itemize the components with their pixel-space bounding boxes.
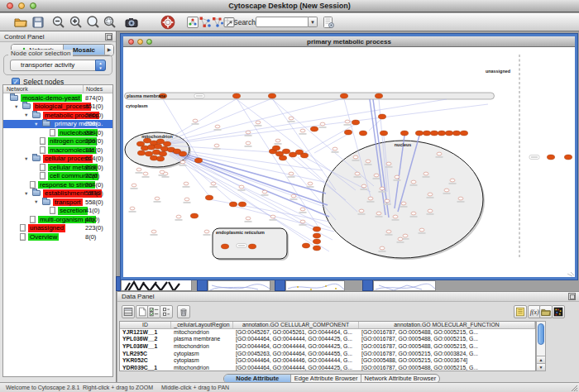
- network-node[interactable]: [289, 172, 294, 175]
- network-node[interactable]: [395, 175, 400, 179]
- network-node[interactable]: [333, 147, 337, 151]
- network-node[interactable]: [159, 151, 166, 156]
- network-node[interactable]: [204, 230, 209, 233]
- table-row[interactable]: YKR052Ccytoplasm[GO:0044464, GO:0044446,…: [120, 357, 535, 365]
- network-node[interactable]: [300, 129, 305, 132]
- network-node[interactable]: [238, 202, 246, 207]
- network-node[interactable]: [156, 139, 164, 144]
- network-node[interactable]: [156, 156, 164, 161]
- network-node[interactable]: [400, 131, 408, 136]
- network-tree-row[interactable]: unassigned223(0): [3, 224, 112, 233]
- network-node[interactable]: [160, 170, 165, 174]
- network-node[interactable]: [344, 130, 352, 135]
- network-node[interactable]: [214, 144, 219, 147]
- resize-grip[interactable]: [571, 385, 578, 392]
- attribute-list-icon[interactable]: [160, 305, 173, 318]
- network-node[interactable]: [547, 155, 554, 160]
- network-node[interactable]: [411, 212, 416, 215]
- table-column-header[interactable]: annotation.GO CELLULAR_COMPONENT: [233, 322, 359, 328]
- network-tree-row[interactable]: cellular metabol209(0): [3, 163, 112, 172]
- network-node[interactable]: [401, 202, 406, 205]
- network-node[interactable]: [376, 212, 381, 215]
- table-cell[interactable]: YJR121W__1: [120, 329, 171, 337]
- network-node[interactable]: [403, 234, 408, 237]
- network-node[interactable]: [452, 131, 460, 136]
- network-node[interactable]: [300, 208, 305, 211]
- network-node[interactable]: [352, 120, 359, 125]
- table-cell[interactable]: mitochondrion: [171, 365, 233, 371]
- network-node[interactable]: [437, 152, 442, 155]
- network-node[interactable]: [268, 93, 275, 98]
- network-node[interactable]: [361, 184, 366, 188]
- tree-column-network[interactable]: Network: [3, 85, 84, 93]
- network-node[interactable]: [143, 172, 148, 175]
- network-node[interactable]: [415, 131, 423, 136]
- network-node[interactable]: [320, 122, 325, 126]
- open-folder-icon[interactable]: [13, 15, 28, 30]
- region-plasma-membrane[interactable]: [125, 93, 495, 99]
- network-node[interactable]: [411, 180, 416, 184]
- network-node[interactable]: [423, 172, 428, 175]
- float-panel-icon[interactable]: [568, 293, 576, 300]
- network-node[interactable]: [151, 230, 156, 233]
- network-node[interactable]: [385, 199, 390, 203]
- tree-expander-icon[interactable]: ▼: [33, 199, 42, 204]
- network-node[interactable]: [353, 155, 358, 159]
- table-cell[interactable]: cytoplasm: [171, 351, 233, 358]
- table-cell[interactable]: [GO:0044464, GO:0044446, GO:0044444, G..…: [233, 357, 359, 365]
- tree-expander-icon[interactable]: ▼: [13, 104, 22, 109]
- network-node[interactable]: [232, 93, 240, 98]
- table-cell[interactable]: [GO:0016787, GO:0005488, GO:0005215, G..…: [359, 336, 535, 343]
- background-window-overview[interactable]: [121, 280, 192, 291]
- table-row[interactable]: YJR121W__1mitochondrion[GO:0045267, GO:0…: [120, 329, 535, 337]
- network-node[interactable]: [163, 141, 170, 146]
- tree-row-label[interactable]: biological_process: [33, 103, 91, 111]
- table-column-header[interactable]: annotation.GO MOLECULAR_FUNCTION: [359, 322, 535, 328]
- network-node[interactable]: [141, 146, 148, 151]
- network-node[interactable]: [378, 114, 385, 119]
- network-node[interactable]: [355, 172, 360, 175]
- network-node[interactable]: [130, 207, 135, 210]
- background-window-thumb[interactable]: [208, 280, 270, 291]
- network-node[interactable]: [270, 215, 275, 218]
- table-cell[interactable]: plasma membrane: [171, 336, 233, 343]
- table-cell[interactable]: [GO:0045263, GO:0044464, GO:0044455, G..…: [233, 351, 359, 358]
- network-node[interactable]: [132, 184, 136, 187]
- network-node[interactable]: [211, 182, 216, 185]
- network-node[interactable]: [345, 120, 350, 123]
- table-row[interactable]: YDR039C__1mitochondrion[GO:0044464, GO:0…: [120, 365, 535, 371]
- attribute-select-icon[interactable]: [122, 305, 135, 318]
- network-node[interactable]: [308, 182, 313, 185]
- tree-row-label[interactable]: transport: [53, 198, 83, 207]
- save-icon[interactable]: [31, 15, 45, 30]
- vizmapper-icon[interactable]: [222, 15, 237, 30]
- tree-row-label[interactable]: mosaic-demo-yeast: [21, 94, 82, 103]
- network-node[interactable]: [359, 209, 364, 213]
- tree-row-label[interactable]: secretion: [58, 207, 88, 215]
- network-tree-row[interactable]: nucleobase-209(0): [3, 128, 112, 137]
- table-row[interactable]: YPL036W__1mitochondrion[GO:0044464, GO:0…: [120, 343, 535, 351]
- network-node[interactable]: [289, 152, 296, 157]
- table-cell[interactable]: mitochondrion: [171, 343, 233, 351]
- network-node[interactable]: [386, 230, 391, 233]
- network-tree-row[interactable]: multi-organism pro42(0): [3, 215, 112, 224]
- network-tree-row[interactable]: Overview8(0): [3, 232, 112, 241]
- network-node[interactable]: [300, 153, 308, 158]
- network-node[interactable]: [282, 149, 290, 154]
- network-node[interactable]: [310, 127, 318, 131]
- zoom-out-icon[interactable]: [51, 15, 66, 30]
- table-cell[interactable]: [GO:0044464, GO:0044444, GO:0044425, G..…: [233, 365, 359, 371]
- network-node[interactable]: [419, 228, 424, 232]
- attribute-delete-icon[interactable]: [177, 305, 190, 318]
- network-graph-svg[interactable]: plasma membranecytoplasmmitochondrionnuc…: [123, 47, 575, 277]
- import-folder-icon[interactable]: [539, 305, 553, 318]
- tree-column-nodes[interactable]: Nodes: [84, 85, 112, 93]
- float-panel-icon[interactable]: [105, 33, 112, 41]
- network-node[interactable]: [248, 244, 256, 249]
- tree-expander-icon[interactable]: ▼: [23, 191, 32, 196]
- matrix-icon[interactable]: [552, 305, 565, 318]
- network-node[interactable]: [423, 131, 430, 136]
- network-node[interactable]: [239, 185, 244, 189]
- node-color-dropdown[interactable]: transporter activity ▲▼: [10, 60, 106, 71]
- network-node[interactable]: [155, 197, 160, 200]
